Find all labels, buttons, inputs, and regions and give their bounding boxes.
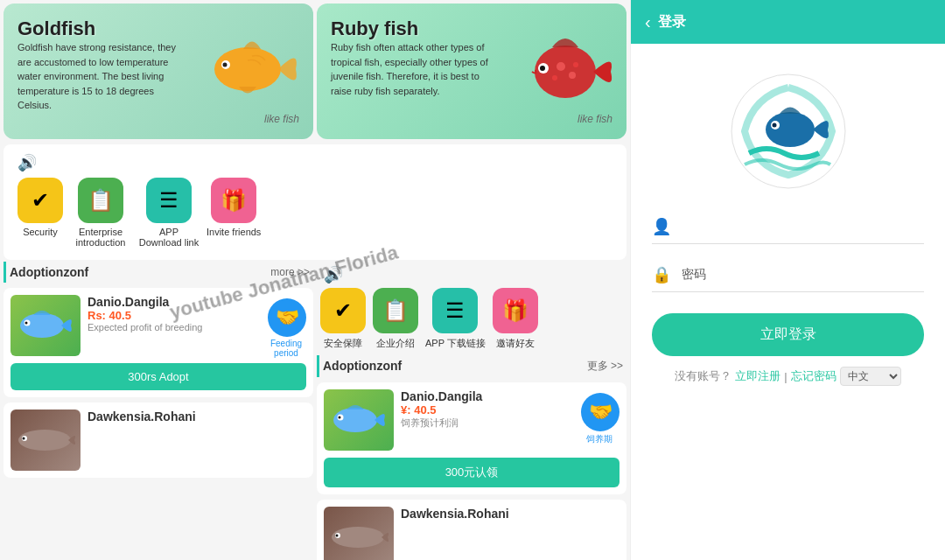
app-label-cn: APP 下载链接 [425, 337, 486, 350]
adopt-btn-1-cn[interactable]: 300元认领 [324, 458, 620, 487]
left-panel: Goldfish Goldfish have strong resistance… [0, 0, 630, 560]
hero-cards: Goldfish Goldfish have strong resistance… [0, 0, 630, 143]
more-link-cn[interactable]: 更多 >> [587, 359, 623, 374]
speaker-icon-en: 🔊 [18, 153, 37, 172]
icon-enterprise-cn[interactable]: 📋 企业介绍 [373, 288, 418, 350]
invite-label-cn: 邀请好友 [496, 337, 535, 350]
register-link[interactable]: 立即注册 [735, 368, 780, 384]
enterprise-icon-cn: 📋 [373, 288, 418, 333]
fish-name-2-cn: Dawkensia.Rohani [401, 507, 620, 521]
rubyfish-desc: Ruby fish often attack other types of tr… [331, 40, 500, 98]
adopt-btn-1-en[interactable]: 300rs Adopt [10, 363, 306, 390]
svg-point-18 [339, 416, 341, 418]
adoption-title-cn: Adoptionzonf [323, 359, 402, 373]
svg-point-4 [556, 62, 565, 71]
fish-card-2-en: Dawkensia.Rohani [4, 402, 313, 478]
fish-thumb-2-en [10, 410, 80, 471]
login-button[interactable]: 立即登录 [652, 313, 924, 356]
cn-icons-grid: ✔ 安全保障 📋 企业介绍 ☰ APP 下载链接 🎁 邀请好友 [317, 286, 626, 355]
fish-name-2-en: Dawkensia.Rohani [88, 410, 306, 424]
adoption-col-cn: 🔊 ✔ 安全保障 📋 企业介绍 ☰ APP 下载链接 🎁 邀请好友 [317, 262, 626, 561]
svg-point-7 [573, 62, 578, 67]
goldfish-card[interactable]: Goldfish Goldfish have strong resistance… [4, 4, 313, 139]
app-icon-en: ☰ [146, 178, 192, 223]
rubyfish-image [513, 21, 618, 117]
security-label-cn: 安全保障 [324, 337, 362, 350]
svg-point-21 [336, 534, 339, 536]
invite-icon-cn: 🎁 [493, 288, 538, 333]
icon-enterprise-en[interactable]: 📋 Enterprise introduction [70, 178, 131, 248]
svg-point-0 [214, 47, 281, 91]
icon-security-cn[interactable]: ✔ 安全保障 [320, 288, 366, 350]
svg-point-15 [23, 437, 25, 439]
enterprise-icon-en: 📋 [78, 178, 123, 223]
app-logo [727, 70, 850, 192]
user-icon: 👤 [652, 217, 673, 236]
fish-card-2-cn: Dawkensia.Rohani [317, 500, 626, 561]
login-title: 登录 [658, 13, 686, 32]
login-logo-area [631, 44, 945, 210]
icon-invite-cn[interactable]: 🎁 邀请好友 [493, 288, 538, 350]
speaker-icon-cn: 🔊 [324, 265, 343, 284]
rubyfish-card[interactable]: Ruby fish Ruby fish often attack other t… [317, 4, 626, 139]
cn-speaker-row: 🔊 [317, 262, 626, 286]
en-icons-grid: ✔ Security 📋 Enterprise introduction ☰ A… [10, 174, 620, 255]
login-header: ‹ 登录 [631, 0, 945, 44]
fish-card-1-en: Danio.Dangila Rs: 40.5 Expected profit o… [4, 288, 313, 397]
svg-point-2 [223, 63, 228, 67]
adoption-header-en: Adoptionzonf more >> [4, 262, 313, 283]
feeding-badge-1-en: 🤝 [268, 298, 306, 337]
svg-point-6 [552, 75, 557, 80]
back-button[interactable]: ‹ [645, 12, 651, 32]
username-input[interactable] [682, 220, 924, 234]
app-label-en: APP Download link [138, 227, 200, 248]
icon-app-en[interactable]: ☰ APP Download link [138, 178, 200, 248]
en-speaker-row: 🔊 [10, 150, 620, 174]
login-footer: 没有账号？ 立即注册 | 忘记密码 中文 English [631, 356, 945, 396]
svg-point-25 [772, 123, 776, 128]
icon-invite-en[interactable]: 🎁 Invite friends [206, 178, 261, 248]
svg-point-9 [540, 66, 545, 71]
feeding-badge-1-cn: 🤝 [581, 393, 620, 431]
fish-info-2-en: Dawkensia.Rohani [88, 410, 306, 424]
lock-icon: 🔒 [652, 265, 673, 284]
feeding-label-1-en: Feeding period [262, 339, 310, 358]
enterprise-label-cn: 企业介绍 [376, 337, 415, 350]
goldfish-desc: Goldfish have strong resistance, they ar… [18, 40, 186, 113]
separator: | [784, 370, 787, 383]
invite-icon-en: 🎁 [211, 178, 256, 223]
forgot-link[interactable]: 忘记密码 [791, 368, 836, 384]
language-select[interactable]: 中文 English [840, 367, 901, 386]
svg-point-12 [25, 321, 28, 324]
invite-label-en: Invite friends [206, 227, 261, 237]
more-link-en[interactable]: more >> [270, 266, 310, 278]
fish-thumb-1-en [10, 295, 80, 356]
svg-point-23 [766, 112, 815, 147]
svg-point-5 [569, 72, 576, 79]
app-icon-cn: ☰ [432, 288, 478, 333]
icon-app-cn[interactable]: ☰ APP 下载链接 [425, 288, 486, 350]
security-icon-cn: ✔ [320, 288, 366, 333]
password-row: 🔒 密码 [652, 258, 924, 292]
fish-info-2-cn: Dawkensia.Rohani [401, 507, 620, 521]
enterprise-label-en: Enterprise introduction [70, 227, 131, 248]
security-icon-en: ✔ [18, 178, 63, 223]
fish-thumb-2-cn [324, 507, 394, 561]
username-row: 👤 [652, 210, 924, 244]
adoption-col-en: Adoptionzonf more >> [4, 262, 313, 561]
feeding-label-1-cn: 饲养期 [576, 433, 623, 445]
login-form: 👤 🔒 密码 立即登录 [631, 210, 945, 356]
password-label: 密码 [682, 267, 924, 283]
login-panel: ‹ 登录 [630, 0, 945, 560]
adoption-sections: Adoptionzonf more >> [0, 262, 630, 561]
security-label-en: Security [23, 227, 58, 237]
goldfish-image [200, 21, 304, 117]
adoption-header-cn: Adoptionzonf 更多 >> [317, 355, 626, 377]
fish-card-1-cn: Danio.Dangila ¥: 40.5 饲养预计利润 🤝 饲养期 300元认… [317, 382, 626, 494]
icon-security-en[interactable]: ✔ Security [18, 178, 63, 248]
fish-thumb-1-cn [324, 389, 394, 451]
no-account-text: 没有账号？ [675, 368, 732, 384]
adoption-title-en: Adoptionzonf [10, 265, 88, 279]
